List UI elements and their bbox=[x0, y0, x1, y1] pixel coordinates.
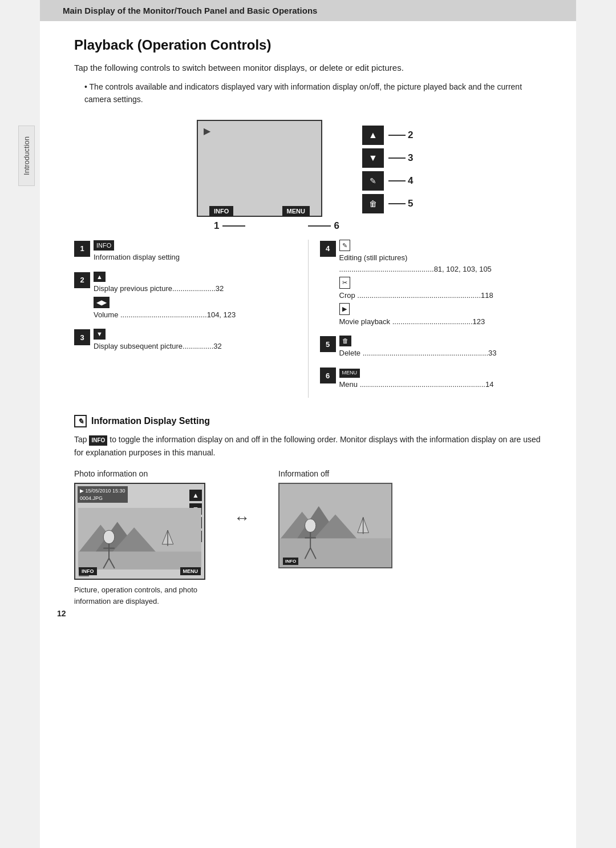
line-1 bbox=[222, 225, 245, 227]
controls-divider bbox=[308, 240, 309, 398]
num-4-row: 4 bbox=[388, 171, 419, 191]
info-heading-icon: ✎ bbox=[74, 415, 87, 427]
ctrl-icon-delete: 🗑 bbox=[339, 336, 351, 346]
camera-screen: ▶ INFO MENU bbox=[197, 120, 322, 217]
controls-table: 1 INFO Information display setting 2 ▲ D… bbox=[74, 240, 542, 398]
ctrl-content-3: ▼ Display subsequent picture............… bbox=[94, 328, 222, 352]
btn-up-row: ▲ bbox=[362, 126, 384, 145]
info-button-diagram[interactable]: INFO bbox=[209, 206, 233, 216]
label-num-1: 1 bbox=[214, 220, 219, 232]
ctrl-content-6: MENU Menu ..............................… bbox=[339, 366, 494, 390]
ctrl-row-6: 6 MENU Menu ............................… bbox=[320, 366, 525, 390]
photo-on-frame: ▶ 15/05/2010 15:300004.JPG ▲ ▼ ✎ 🗑 bbox=[74, 483, 205, 580]
ctrl-num-5: 5 bbox=[320, 336, 336, 352]
photo-off-col: Information off bbox=[278, 469, 392, 568]
camera-screen-wrapper: ▶ INFO MENU 1 bbox=[197, 120, 356, 219]
num-2-row: 2 bbox=[388, 126, 419, 145]
ctrl-row-3: 3 ▼ Display subsequent picture..........… bbox=[74, 328, 279, 352]
btn-delete-row: 🗑 bbox=[362, 194, 384, 213]
ctrl-row-1: 1 INFO Information display setting bbox=[74, 240, 279, 263]
ctrl-content-5: 🗑 Delete ...............................… bbox=[339, 335, 497, 358]
ctrl-num-3: 3 bbox=[74, 329, 90, 345]
photo-examples: Photo information on ▶ 15/05/2010 15:300… bbox=[74, 469, 542, 607]
bullet-text: • The controls available and indicators … bbox=[84, 80, 542, 106]
controls-left-col: 1 INFO Information display setting 2 ▲ D… bbox=[74, 240, 297, 398]
svg-point-5 bbox=[103, 530, 115, 544]
ctrl-num-6: 6 bbox=[320, 368, 336, 383]
ctrl-icon-up: ▲ bbox=[94, 272, 106, 282]
num-label-3: 3 bbox=[408, 152, 419, 164]
photo-info-bar: ▶ 15/05/2010 15:300004.JPG bbox=[78, 486, 128, 503]
scene-svg bbox=[75, 508, 204, 570]
info-desc: Tap INFO to toggle the information displ… bbox=[74, 433, 542, 459]
ctrl-row-4: 4 ✎ Editing (still pictures) ...........… bbox=[320, 240, 525, 328]
num-label-2: 2 bbox=[408, 130, 419, 141]
ctrl-row-5: 5 🗑 Delete .............................… bbox=[320, 335, 525, 358]
photo-on-label: Photo information on bbox=[74, 469, 148, 478]
info-section: ✎ Information Display Setting Tap INFO t… bbox=[74, 415, 542, 607]
ctrl-content-4: ✎ Editing (still pictures) .............… bbox=[339, 240, 493, 328]
ctrl-icon-down: ▼ bbox=[94, 329, 106, 340]
number-labels-col: 2 3 4 5 bbox=[388, 126, 419, 213]
main-diagram: ▶ INFO MENU 1 bbox=[74, 120, 542, 219]
photo-info-btn[interactable]: INFO bbox=[79, 567, 97, 575]
ctrl-num-1: 1 bbox=[74, 241, 90, 257]
ctrl-icon-info: INFO bbox=[94, 240, 114, 251]
label-1-row: 1 bbox=[214, 220, 245, 232]
ctrl-row-2: 2 ▲ Display previous picture............… bbox=[74, 271, 279, 321]
h-line-4 bbox=[388, 180, 406, 181]
btn-edit-row: ✎ bbox=[362, 171, 384, 191]
num-3-row: 3 bbox=[388, 148, 419, 168]
ctrl-icon-edit: ✎ bbox=[339, 240, 350, 252]
ctrl-icon-crop: ✂ bbox=[339, 277, 350, 289]
section-title: Playback (Operation Controls) bbox=[74, 37, 542, 53]
delete-btn[interactable]: 🗑 bbox=[362, 194, 384, 213]
num-label-5: 5 bbox=[408, 198, 419, 209]
ctrl-icon-movie: ▶ bbox=[339, 303, 350, 315]
photo-on-col: Photo information on ▶ 15/05/2010 15:300… bbox=[74, 469, 205, 607]
header-bar: Main Display of the Monitor/Touch Panel … bbox=[40, 0, 576, 21]
playback-icon: ▶ bbox=[204, 126, 210, 136]
photo-icon-up: ▲ bbox=[189, 490, 202, 501]
num-label-4: 4 bbox=[408, 175, 419, 187]
photo-off-frame: INFO bbox=[278, 483, 392, 568]
label-num-6: 6 bbox=[334, 220, 339, 232]
down-arrow-btn[interactable]: ▼ bbox=[362, 148, 384, 168]
arrow-exchange: ↔ bbox=[228, 509, 256, 527]
up-arrow-btn[interactable]: ▲ bbox=[362, 126, 384, 145]
photo-off-info-btn[interactable]: INFO bbox=[283, 555, 298, 565]
h-line-5 bbox=[388, 203, 406, 204]
side-tab: Introduction bbox=[18, 126, 35, 186]
page-number: 12 bbox=[57, 609, 66, 618]
btn-down-row: ▼ bbox=[362, 148, 384, 168]
menu-button-diagram[interactable]: MENU bbox=[282, 206, 310, 216]
edit-btn[interactable]: ✎ bbox=[362, 171, 384, 191]
svg-point-17 bbox=[305, 519, 315, 532]
ctrl-num-2: 2 bbox=[74, 272, 90, 288]
label-6-row: 6 bbox=[308, 220, 339, 232]
photo-caption: Picture, operation controls, and photo i… bbox=[74, 584, 205, 607]
intro-text: Tap the following controls to switch bet… bbox=[74, 61, 542, 75]
photo-off-label: Information off bbox=[278, 469, 329, 478]
photo-bottom-bar: INFO 41 MENU bbox=[75, 570, 204, 576]
ctrl-content-2: ▲ Display previous picture..............… bbox=[94, 271, 236, 321]
info-inline-icon: INFO bbox=[89, 435, 107, 446]
num-5-row: 5 bbox=[388, 194, 419, 213]
right-buttons-col: ▲ ▼ ✎ 🗑 bbox=[362, 126, 384, 213]
ctrl-icon-menu: MENU bbox=[339, 369, 360, 378]
line-6 bbox=[308, 225, 331, 227]
ctrl-content-1: INFO Information display setting bbox=[94, 240, 180, 263]
right-controls-wrapper: ▲ ▼ ✎ 🗑 bbox=[362, 126, 419, 213]
controls-right-col: 4 ✎ Editing (still pictures) ...........… bbox=[320, 240, 542, 398]
ctrl-num-4: 4 bbox=[320, 241, 336, 257]
photo-menu-btn[interactable]: MENU bbox=[180, 567, 201, 575]
info-heading: ✎ Information Display Setting bbox=[74, 415, 542, 427]
h-line-2 bbox=[388, 135, 406, 136]
ctrl-icon-vol: ◀▶ bbox=[94, 297, 110, 308]
h-line-3 bbox=[388, 158, 406, 159]
header-title: Main Display of the Monitor/Touch Panel … bbox=[63, 6, 317, 15]
